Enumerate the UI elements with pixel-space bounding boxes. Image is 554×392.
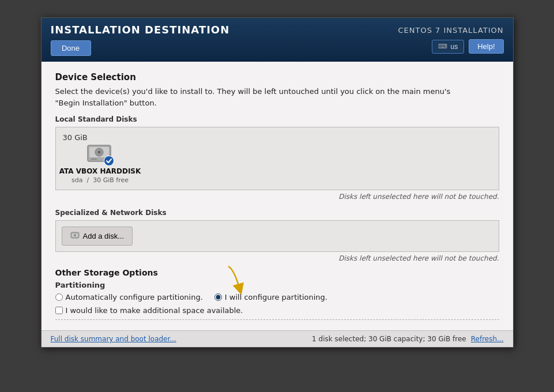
footer-bar: Full disk summary and boot loader... 1 d… bbox=[42, 330, 513, 347]
add-disk-icon bbox=[70, 231, 80, 242]
partitioning-area: Partitioning Automatically configure par… bbox=[55, 281, 499, 315]
disk-size: 30 GiB bbox=[63, 133, 88, 142]
keyboard-icon: ⌨ bbox=[438, 43, 447, 50]
full-disk-summary-link[interactable]: Full disk summary and boot loader... bbox=[51, 335, 176, 343]
keyboard-lang-label: us bbox=[450, 43, 458, 51]
header-left: INSTALLATION DESTINATION Done bbox=[51, 24, 230, 56]
device-selection-title: Device Selection bbox=[55, 72, 499, 82]
other-storage-title: Other Storage Options bbox=[55, 268, 499, 277]
auto-partitioning-option[interactable]: Automatically configure partitioning. bbox=[55, 293, 203, 301]
partitioning-radio-group: Automatically configure partitioning. I … bbox=[55, 293, 499, 301]
keyboard-language-button[interactable]: ⌨ us bbox=[432, 40, 464, 54]
svg-rect-5 bbox=[91, 159, 97, 160]
local-disks-panel: 30 GiB bbox=[55, 127, 499, 190]
done-button[interactable]: Done bbox=[51, 40, 91, 56]
help-button[interactable]: Help! bbox=[469, 39, 503, 54]
dashed-divider bbox=[55, 319, 499, 320]
content-area: Device Selection Select the device(s) yo… bbox=[42, 62, 513, 330]
svg-point-9 bbox=[74, 234, 76, 236]
auto-partitioning-radio[interactable] bbox=[55, 293, 63, 301]
manual-partitioning-radio[interactable] bbox=[214, 293, 222, 301]
header-controls: ⌨ us Help! bbox=[432, 39, 503, 54]
additional-space-label: I would like to make additional space av… bbox=[66, 306, 243, 315]
installer-window: INSTALLATION DESTINATION Done CENTOS 7 I… bbox=[41, 17, 514, 348]
header: INSTALLATION DESTINATION Done CENTOS 7 I… bbox=[42, 18, 513, 62]
svg-point-3 bbox=[97, 151, 100, 154]
svg-point-6 bbox=[104, 156, 114, 165]
add-disk-button[interactable]: Add a disk... bbox=[62, 227, 133, 246]
manual-partitioning-option[interactable]: I will configure partitioning. bbox=[214, 293, 327, 301]
disk-path-free: sda / 30 GiB free bbox=[71, 176, 129, 184]
specialized-disks-panel: Add a disk... bbox=[55, 220, 499, 252]
auto-partitioning-label: Automatically configure partitioning. bbox=[66, 293, 203, 301]
add-disk-label: Add a disk... bbox=[83, 232, 125, 240]
additional-space-option[interactable]: I would like to make additional space av… bbox=[55, 306, 499, 315]
refresh-link[interactable]: Refresh... bbox=[471, 335, 504, 343]
footer-status: 1 disk selected; 30 GiB capacity; 30 GiB… bbox=[312, 335, 466, 343]
manual-partitioning-label: I will configure partitioning. bbox=[225, 293, 327, 301]
header-right: CENTOS 7 INSTALLATION ⌨ us Help! bbox=[398, 26, 503, 54]
disk-icon-wrap bbox=[86, 143, 114, 166]
centos-title: CENTOS 7 INSTALLATION bbox=[398, 26, 503, 35]
footer-info: 1 disk selected; 30 GiB capacity; 30 GiB… bbox=[312, 335, 503, 343]
disk-name: ATA VBOX HARDDISK bbox=[59, 167, 141, 175]
local-disks-note: Disks left unselected here will not be t… bbox=[55, 193, 499, 201]
partitioning-label: Partitioning bbox=[55, 281, 499, 289]
additional-space-checkbox[interactable] bbox=[55, 307, 63, 314]
disk-item[interactable]: 30 GiB bbox=[63, 133, 138, 184]
device-selection-description: Select the device(s) you'd like to insta… bbox=[55, 86, 499, 108]
local-disks-label: Local Standard Disks bbox=[55, 115, 499, 123]
specialized-disks-label: Specialized & Network Disks bbox=[55, 209, 499, 217]
selected-checkmark bbox=[104, 156, 114, 166]
specialized-disks-note: Disks left unselected here will not be t… bbox=[55, 254, 499, 262]
page-title: INSTALLATION DESTINATION bbox=[51, 24, 230, 36]
